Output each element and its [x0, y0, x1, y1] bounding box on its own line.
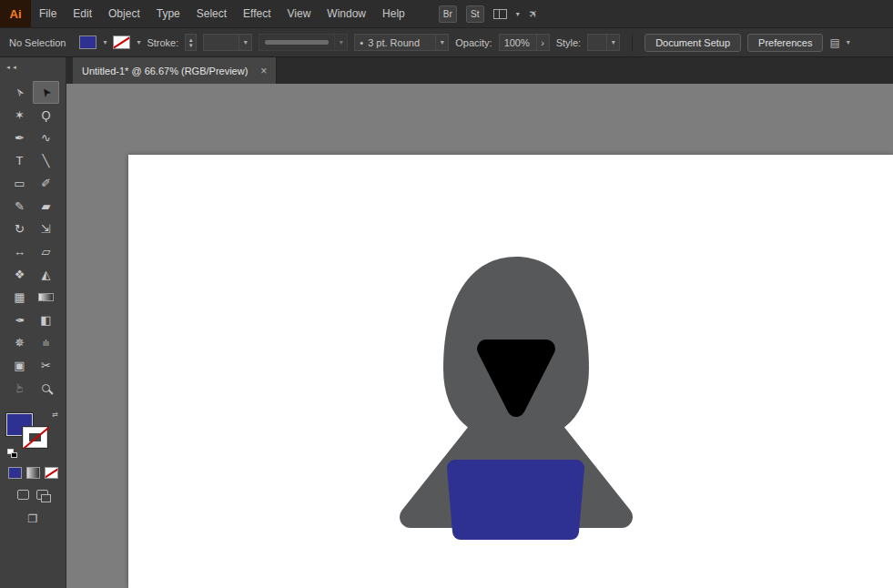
stroke-color-swatch[interactable]: [113, 35, 130, 49]
scale-icon: ⇲: [41, 222, 51, 236]
fill-chevron-icon[interactable]: ▾: [103, 38, 107, 46]
menu-edit[interactable]: Edit: [65, 0, 100, 27]
line-segment-icon: ╲: [43, 154, 50, 167]
menu-effect[interactable]: Effect: [235, 0, 279, 27]
menu-view[interactable]: View: [279, 0, 320, 27]
menu-object[interactable]: Object: [100, 0, 148, 27]
artboard-tool[interactable]: ▣: [6, 354, 33, 377]
eraser-tool[interactable]: ▰: [33, 195, 59, 218]
lasso-tool[interactable]: Ϙ: [33, 104, 59, 127]
chevron-down-icon[interactable]: ▾: [606, 35, 619, 50]
menu-window[interactable]: Window: [319, 0, 374, 27]
magic-wand-tool[interactable]: ✶: [6, 104, 33, 127]
screen-mode-icon[interactable]: ❐: [28, 512, 38, 525]
brush-definition-value: 3 pt. Round: [368, 35, 435, 50]
opacity-value[interactable]: 100%: [500, 35, 536, 50]
pasteboard[interactable]: [66, 84, 893, 588]
arrange-documents-icon[interactable]: [493, 9, 507, 19]
style-select[interactable]: ▾: [587, 34, 620, 51]
menu-help[interactable]: Help: [374, 0, 413, 27]
curvature-tool[interactable]: ∿: [33, 127, 59, 149]
document-tab-title: Untitled-1* @ 66.67% (RGB/Preview): [82, 66, 248, 76]
stroke-weight-stepper[interactable]: ▲ ▼: [185, 34, 197, 51]
swap-fill-stroke-icon[interactable]: ⇄: [52, 411, 58, 419]
menu-file[interactable]: File: [31, 0, 65, 27]
opacity-flyout-icon[interactable]: ›: [536, 35, 549, 50]
line-segment-tool[interactable]: ╲: [33, 149, 59, 172]
width-icon: ↔: [14, 245, 25, 259]
draw-normal-icon[interactable]: [17, 490, 29, 500]
chevron-down-icon[interactable]: ▾: [516, 10, 520, 18]
chevron-down-icon[interactable]: ▾: [847, 38, 850, 46]
fill-stroke-indicator: ⇄: [5, 411, 60, 458]
close-tab-icon[interactable]: ×: [260, 65, 267, 77]
pen-tool[interactable]: ✒: [6, 127, 33, 149]
width-profile-select: ▾: [259, 34, 348, 51]
mesh-icon: ▦: [14, 290, 25, 304]
artboard[interactable]: [128, 155, 893, 588]
brush-definition-select[interactable]: • 3 pt. Round ▾: [354, 34, 449, 51]
free-transform-tool[interactable]: ▱: [33, 240, 59, 263]
stepper-down-icon[interactable]: ▼: [188, 43, 194, 48]
none-button[interactable]: [45, 467, 58, 479]
document-tab[interactable]: Untitled-1* @ 66.67% (RGB/Preview) ×: [73, 57, 277, 84]
gpu-performance-icon[interactable]: ✈: [525, 5, 541, 21]
eraser-icon: ▰: [42, 199, 51, 213]
rotate-icon: ↻: [15, 222, 25, 236]
slice-tool[interactable]: ✂: [33, 354, 59, 377]
gradient-tool[interactable]: [33, 286, 59, 309]
column-graph-tool[interactable]: ılı: [33, 331, 59, 354]
selection-tool[interactable]: ➤: [33, 81, 59, 104]
eyedropper-tool[interactable]: ✒: [6, 309, 33, 331]
hand-tool[interactable]: ☞: [6, 377, 33, 400]
artboard-icon: ▣: [14, 359, 25, 372]
opacity-field[interactable]: 100% ›: [499, 34, 550, 51]
torso-shape[interactable]: [455, 468, 576, 532]
color-button[interactable]: [8, 467, 22, 479]
direct-selection-tool[interactable]: ➢: [6, 81, 33, 104]
chevron-down-icon[interactable]: ▾: [435, 35, 448, 50]
stroke-proxy-swatch[interactable]: [23, 427, 47, 448]
width-tool[interactable]: ↔: [6, 240, 33, 263]
zoom-icon: [42, 384, 50, 392]
zoom-tool[interactable]: [33, 377, 59, 400]
bridge-button[interactable]: Br: [439, 5, 457, 23]
selection-status: No Selection: [9, 37, 66, 48]
fill-color-swatch[interactable]: [79, 35, 96, 49]
symbol-sprayer-tool[interactable]: ✵: [6, 331, 33, 354]
menu-type[interactable]: Type: [148, 0, 188, 27]
artwork: [128, 155, 893, 588]
brush-preview-icon: •: [355, 35, 368, 50]
blend-tool[interactable]: ◧: [33, 309, 59, 331]
stock-button[interactable]: St: [466, 5, 484, 23]
tools-panel: ◄◄ ➢ ➤ ✶ Ϙ ✒ ∿ T ╲ ▭ ✐ ✎ ▰ ↻ ⇲ ↔ ▱ ❖ ◭ ▦…: [0, 57, 66, 588]
column-graph-icon: ılı: [43, 339, 49, 348]
document-setup-button[interactable]: Document Setup: [644, 34, 741, 52]
default-fill-stroke-icon[interactable]: [7, 449, 17, 458]
paintbrush-tool[interactable]: ✐: [33, 172, 59, 195]
perspective-grid-tool[interactable]: ◭: [33, 263, 59, 286]
stroke-chevron-icon[interactable]: ▾: [137, 38, 140, 46]
scale-tool[interactable]: ⇲: [33, 218, 59, 240]
pencil-tool[interactable]: ✎: [6, 195, 33, 218]
menu-select[interactable]: Select: [188, 0, 235, 27]
rectangle-tool[interactable]: ▭: [6, 172, 33, 195]
rotate-tool[interactable]: ↻: [6, 218, 33, 240]
mesh-tool[interactable]: ▦: [6, 286, 33, 309]
lasso-icon: Ϙ: [41, 108, 50, 122]
draw-behind-icon[interactable]: [36, 490, 48, 500]
shape-builder-icon: ❖: [15, 268, 25, 281]
slice-icon: ✂: [41, 359, 51, 372]
stroke-label: Stroke:: [147, 37, 178, 48]
type-tool[interactable]: T: [6, 149, 33, 172]
chevron-down-icon[interactable]: ▾: [238, 35, 251, 50]
collapse-panel-button[interactable]: ◄◄: [0, 57, 18, 77]
gradient-button[interactable]: [26, 467, 40, 479]
free-transform-icon: ▱: [42, 245, 51, 259]
stroke-weight-select[interactable]: ▾: [203, 34, 252, 51]
preferences-button[interactable]: Preferences: [747, 34, 823, 52]
selection-icon: ➤: [37, 85, 55, 101]
shape-builder-tool[interactable]: ❖: [6, 263, 33, 286]
hand-icon: ☞: [13, 383, 26, 394]
touch-workspace-icon[interactable]: ▤: [829, 36, 839, 49]
